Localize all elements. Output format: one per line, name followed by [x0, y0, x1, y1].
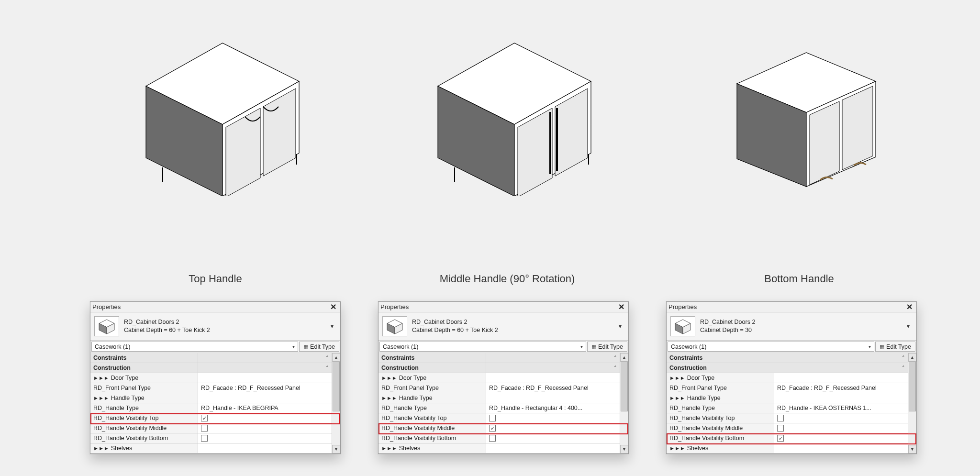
param-row[interactable]: RD_Handle Visibility Bottom — [90, 433, 332, 443]
collapse-icon[interactable]: ˄ — [902, 355, 905, 361]
type-selector-dropdown-icon[interactable]: ▾ — [328, 316, 336, 336]
type-selector-dropdown-icon[interactable]: ▾ — [616, 316, 624, 336]
vertical-scrollbar[interactable]: ▲ ▼ — [332, 353, 340, 454]
param-row[interactable]: ►►►Handle Type — [90, 393, 332, 403]
param-value-checkbox[interactable] — [774, 423, 908, 433]
param-value[interactable] — [198, 373, 332, 383]
param-row[interactable]: RD_Handle Type RD_Handle - IKEA ÖSTERNÄS… — [667, 403, 908, 413]
param-group-header[interactable]: Constraints ˄ — [667, 353, 908, 363]
param-value[interactable] — [774, 393, 908, 403]
scroll-down-button[interactable]: ▼ — [620, 445, 628, 454]
param-row[interactable]: RD_Front Panel Type RD_Facade : RD_F_Rec… — [379, 383, 620, 393]
checkbox[interactable] — [489, 435, 496, 442]
checkbox[interactable] — [201, 425, 208, 432]
collapse-icon[interactable]: ˄ — [902, 365, 905, 371]
type-selector-dropdown-icon[interactable]: ▾ — [904, 316, 913, 336]
param-value[interactable] — [198, 443, 332, 454]
param-row[interactable]: RD_Front Panel Type RD_Facade : RD_F_Rec… — [667, 383, 908, 393]
collapse-icon[interactable]: ˄ — [614, 365, 617, 371]
scroll-track[interactable] — [908, 362, 916, 445]
vertical-scrollbar[interactable]: ▲ ▼ — [620, 353, 628, 454]
param-row[interactable]: RD_Handle Visibility Middle — [90, 423, 332, 433]
param-row[interactable]: RD_Handle Type RD_Handle - IKEA BEGRIPA — [90, 403, 332, 413]
param-value[interactable] — [486, 373, 620, 383]
param-value-checkbox[interactable] — [486, 433, 620, 443]
checkbox[interactable] — [489, 415, 496, 421]
param-value[interactable] — [198, 393, 332, 403]
param-row[interactable]: RD_Handle Visibility Middle — [667, 423, 908, 433]
param-value-checkbox[interactable] — [198, 433, 332, 443]
scroll-thumb[interactable] — [333, 362, 340, 411]
param-row[interactable]: ►►►Door Type — [90, 373, 332, 383]
param-value[interactable]: RD_Handle - Rectangular 4 : 400... — [486, 403, 620, 413]
close-icon[interactable]: ✕ — [616, 302, 626, 311]
param-row[interactable]: RD_Handle Visibility Middle — [379, 423, 620, 433]
scroll-up-button[interactable]: ▲ — [332, 353, 340, 362]
param-value-checkbox[interactable] — [486, 413, 620, 423]
checkbox[interactable] — [777, 435, 784, 442]
checkbox[interactable] — [201, 415, 208, 421]
param-value[interactable] — [486, 393, 620, 403]
scroll-thumb[interactable] — [909, 362, 916, 411]
type-selector[interactable]: RD_Cabinet Doors 2 Cabinet Depth = 60 + … — [379, 312, 628, 340]
edit-type-button[interactable]: ▦ Edit Type — [875, 342, 915, 352]
scroll-track[interactable] — [332, 362, 340, 445]
param-value[interactable]: RD_Facade : RD_F_Recessed Panel — [198, 383, 332, 393]
param-row[interactable]: ►►►Shelves — [90, 443, 332, 454]
param-value-checkbox[interactable] — [198, 413, 332, 423]
param-row[interactable]: RD_Front Panel Type RD_Facade : RD_F_Rec… — [90, 383, 332, 393]
type-selector[interactable]: RD_Cabinet Doors 2 Cabinet Depth = 30 ▾ — [667, 312, 916, 340]
param-group-header[interactable]: Construction ˄ — [379, 363, 620, 373]
param-row[interactable]: RD_Handle Visibility Top — [90, 413, 332, 423]
param-value[interactable]: RD_Handle - IKEA ÖSTERNÄS 1... — [774, 403, 908, 413]
param-value-checkbox[interactable] — [774, 433, 908, 443]
panel-titlebar[interactable]: Properties ✕ — [379, 302, 628, 312]
scroll-down-button[interactable]: ▼ — [332, 445, 340, 454]
param-group-header[interactable]: Construction ˄ — [90, 363, 332, 373]
category-filter-select[interactable]: Casework (1) ▾ — [91, 342, 298, 352]
param-row[interactable]: ►►►Shelves — [667, 443, 908, 454]
scroll-thumb[interactable] — [621, 362, 628, 411]
vertical-scrollbar[interactable]: ▲ ▼ — [908, 353, 916, 454]
param-value-checkbox[interactable] — [198, 423, 332, 433]
param-row[interactable]: ►►►Door Type — [667, 373, 908, 383]
collapse-icon[interactable]: ˄ — [326, 355, 329, 361]
collapse-icon[interactable]: ˄ — [614, 355, 617, 361]
checkbox[interactable] — [201, 435, 208, 442]
chevron-down-icon[interactable]: ▾ — [580, 344, 583, 349]
param-row[interactable]: RD_Handle Visibility Bottom — [667, 433, 908, 443]
scroll-down-button[interactable]: ▼ — [908, 445, 916, 454]
category-filter-select[interactable]: Casework (1) ▾ — [379, 342, 586, 352]
collapse-icon[interactable]: ˄ — [326, 365, 329, 371]
edit-type-button[interactable]: ▦ Edit Type — [299, 342, 339, 352]
close-icon[interactable]: ✕ — [904, 302, 914, 311]
param-row[interactable]: RD_Handle Visibility Top — [379, 413, 620, 423]
category-filter-select[interactable]: Casework (1) ▾ — [668, 342, 874, 352]
param-row[interactable]: RD_Handle Type RD_Handle - Rectangular 4… — [379, 403, 620, 413]
scroll-track[interactable] — [620, 362, 628, 445]
param-value-checkbox[interactable] — [486, 423, 620, 433]
chevron-down-icon[interactable]: ▾ — [292, 344, 295, 349]
param-value[interactable]: RD_Handle - IKEA BEGRIPA — [198, 403, 332, 413]
param-value[interactable] — [774, 373, 908, 383]
param-row[interactable]: ►►►Handle Type — [667, 393, 908, 403]
param-value[interactable]: RD_Facade : RD_F_Recessed Panel — [486, 383, 620, 393]
checkbox[interactable] — [777, 415, 784, 421]
param-row[interactable]: RD_Handle Visibility Bottom — [379, 433, 620, 443]
param-row[interactable]: ►►►Handle Type — [379, 393, 620, 403]
param-value[interactable]: RD_Facade : RD_F_Recessed Panel — [774, 383, 908, 393]
param-row[interactable]: ►►►Door Type — [379, 373, 620, 383]
checkbox[interactable] — [777, 425, 784, 432]
param-group-header[interactable]: Construction ˄ — [667, 363, 908, 373]
scroll-up-button[interactable]: ▲ — [620, 353, 628, 362]
param-row[interactable]: ►►►Shelves — [379, 443, 620, 454]
param-value[interactable] — [486, 443, 620, 454]
scroll-up-button[interactable]: ▲ — [908, 353, 916, 362]
panel-titlebar[interactable]: Properties ✕ — [90, 302, 340, 312]
type-selector[interactable]: RD_Cabinet Doors 2 Cabinet Depth = 60 + … — [90, 312, 340, 340]
param-group-header[interactable]: Constraints ˄ — [379, 353, 620, 363]
edit-type-button[interactable]: ▦ Edit Type — [587, 342, 627, 352]
panel-titlebar[interactable]: Properties ✕ — [667, 302, 916, 312]
param-row[interactable]: RD_Handle Visibility Top — [667, 413, 908, 423]
checkbox[interactable] — [489, 425, 496, 432]
